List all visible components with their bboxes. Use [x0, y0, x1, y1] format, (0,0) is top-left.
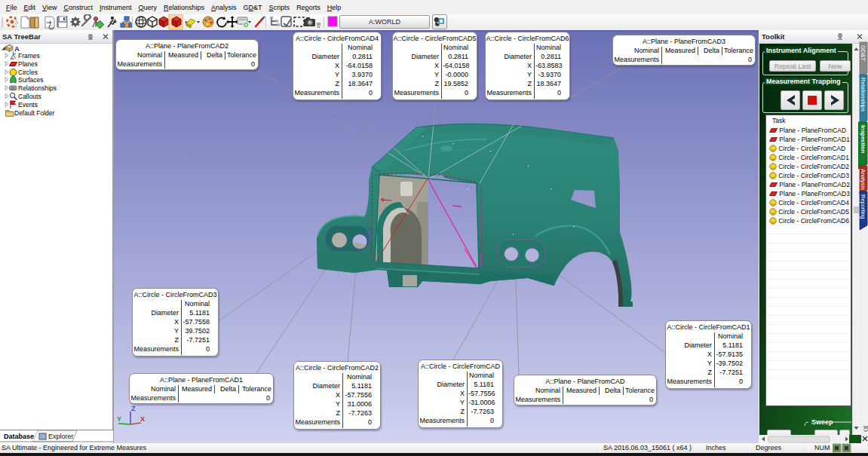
- svg-text:Z: Z: [131, 405, 136, 412]
- svg-text:GD&T: GD&T: [860, 45, 866, 61]
- svg-text:Explorer: Explorer: [48, 433, 74, 440]
- svg-text:Reporting: Reporting: [860, 194, 866, 219]
- svg-text:X: X: [140, 415, 145, 423]
- svg-text:Y: Y: [117, 415, 121, 423]
- svg-text:Inspection: Inspection: [860, 125, 866, 154]
- svg-text:Database: Database: [4, 433, 34, 440]
- svg-text:Relationships: Relationships: [860, 78, 866, 112]
- svg-text:Analysis: Analysis: [860, 169, 866, 190]
